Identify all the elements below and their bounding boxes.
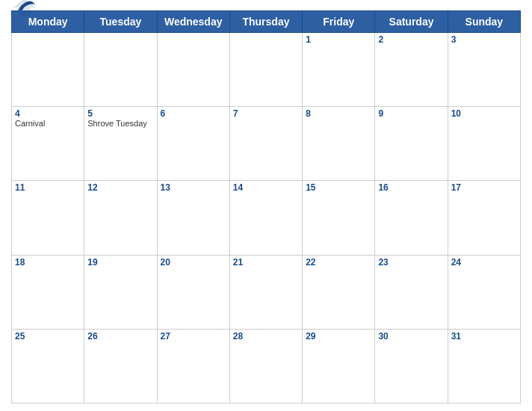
day-number: 16 — [378, 182, 444, 193]
calendar-week-1: 123 — [12, 33, 521, 107]
weekday-header-sunday: Sunday — [448, 11, 520, 33]
calendar-cell: 29 — [303, 329, 375, 403]
day-number: 19 — [87, 257, 153, 268]
calendar-cell: 31 — [448, 329, 520, 403]
day-number: 24 — [451, 257, 517, 268]
day-number: 5 — [87, 108, 153, 119]
calendar-cell: 10 — [448, 107, 520, 181]
day-number: 28 — [233, 331, 299, 342]
calendar-cell — [229, 33, 302, 107]
day-number: 14 — [233, 182, 299, 193]
calendar-cell: 1 — [303, 33, 375, 107]
event-label: Carnival — [15, 119, 81, 128]
calendar-cell — [84, 33, 157, 107]
day-number: 20 — [161, 257, 226, 268]
calendar-cell: 18 — [12, 255, 84, 329]
calendar-cell: 27 — [157, 329, 229, 403]
weekday-header-row: MondayTuesdayWednesdayThursdayFridaySatu… — [12, 11, 521, 33]
calendar-cell: 11 — [12, 181, 84, 255]
day-number: 7 — [233, 108, 299, 119]
day-number: 10 — [451, 108, 517, 119]
weekday-header-tuesday: Tuesday — [84, 11, 157, 33]
day-number: 15 — [306, 182, 371, 193]
calendar-cell — [12, 33, 84, 107]
day-number: 30 — [378, 331, 444, 342]
day-number: 17 — [451, 182, 517, 193]
day-number: 13 — [161, 182, 226, 193]
day-number: 8 — [306, 108, 371, 119]
day-number: 1 — [306, 34, 371, 45]
weekday-header-friday: Friday — [303, 11, 375, 33]
calendar-cell: 16 — [375, 181, 448, 255]
weekday-header-wednesday: Wednesday — [157, 11, 229, 33]
calendar-cell: 28 — [229, 329, 302, 403]
calendar-cell: 7 — [229, 107, 302, 181]
day-number: 31 — [451, 331, 517, 342]
day-number: 3 — [451, 34, 517, 45]
calendar-cell: 26 — [84, 329, 157, 403]
calendar-cell: 22 — [303, 255, 375, 329]
calendar-cell: 17 — [448, 181, 520, 255]
calendar-cell: 3 — [448, 33, 520, 107]
calendar-cell: 23 — [375, 255, 448, 329]
day-number: 21 — [233, 257, 299, 268]
calendar-cell: 25 — [12, 329, 84, 403]
day-number: 2 — [378, 34, 444, 45]
day-number: 26 — [87, 331, 153, 342]
event-label: Shrove Tuesday — [87, 119, 153, 128]
calendar-week-2: 4Carnival5Shrove Tuesday678910 — [12, 107, 521, 181]
calendar-week-4: 18192021222324 — [12, 255, 521, 329]
day-number: 23 — [378, 257, 444, 268]
calendar-cell: 13 — [157, 181, 229, 255]
logo — [11, 0, 38, 18]
calendar-cell: 9 — [375, 107, 448, 181]
calendar-cell: 8 — [303, 107, 375, 181]
calendar-cell: 19 — [84, 255, 157, 329]
day-number: 12 — [87, 182, 153, 193]
calendar-week-5: 25262728293031 — [12, 329, 521, 403]
calendar-cell: 4Carnival — [12, 107, 84, 181]
day-number: 4 — [15, 108, 81, 119]
day-number: 9 — [378, 108, 444, 119]
day-number: 29 — [306, 331, 371, 342]
calendar-cell: 30 — [375, 329, 448, 403]
day-number: 25 — [15, 331, 81, 342]
calendar-table: MondayTuesdayWednesdayThursdayFridaySatu… — [11, 10, 521, 404]
calendar-week-3: 11121314151617 — [12, 181, 521, 255]
calendar-cell — [157, 33, 229, 107]
calendar-cell: 15 — [303, 181, 375, 255]
calendar-cell: 24 — [448, 255, 520, 329]
weekday-header-thursday: Thursday — [229, 11, 302, 33]
calendar-cell: 12 — [84, 181, 157, 255]
calendar-cell: 21 — [229, 255, 302, 329]
weekday-header-saturday: Saturday — [375, 11, 448, 33]
calendar-cell: 14 — [229, 181, 302, 255]
day-number: 27 — [161, 331, 226, 342]
calendar-cell: 5Shrove Tuesday — [84, 107, 157, 181]
calendar-cell: 6 — [157, 107, 229, 181]
day-number: 18 — [15, 257, 81, 268]
calendar-cell: 20 — [157, 255, 229, 329]
day-number: 22 — [306, 257, 371, 268]
day-number: 6 — [161, 108, 226, 119]
calendar-cell: 2 — [375, 33, 448, 107]
day-number: 11 — [15, 182, 81, 193]
